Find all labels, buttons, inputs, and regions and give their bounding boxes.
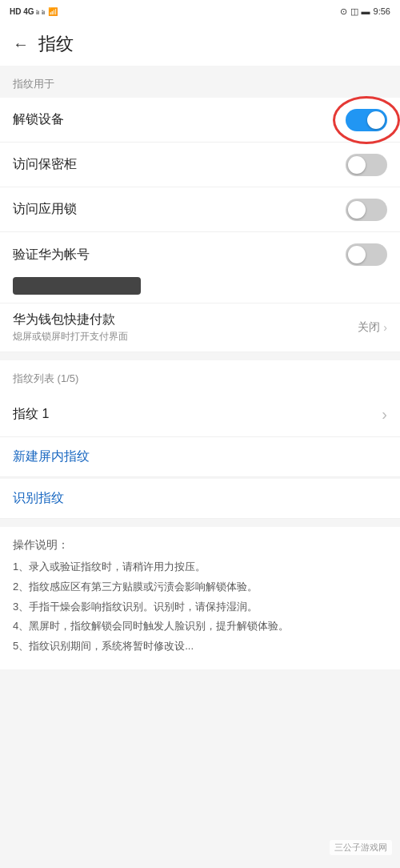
unlock-toggle-wrapper [346, 109, 387, 131]
back-button[interactable]: ← [13, 35, 29, 54]
wallet-title: 华为钱包快捷付款 [13, 311, 128, 328]
status-right: ⊙ ◫ ▬ 9:56 [340, 6, 390, 17]
identify-fingerprint-link[interactable]: 识别指纹 [0, 479, 400, 519]
fingerprint-1-label: 指纹 1 [13, 406, 49, 423]
fingerprint-1-chevron-icon: › [382, 405, 387, 424]
instruction-3: 3、手指干燥会影响指纹识别。识别时，请保持湿润。 [13, 599, 387, 616]
wallet-status: 关闭 › [358, 320, 387, 335]
fingerprint-list-label: 指纹列表 (1/5) [0, 360, 400, 392]
instructions-section: 操作说明： 1、录入或验证指纹时，请稍许用力按压。 2、指纹感应区有第三方贴膜或… [0, 527, 400, 669]
instruction-5: 5、指纹识别期间，系统将暂时修改设... [13, 638, 387, 655]
wifi-icon: 📶 [48, 7, 58, 16]
time: 9:56 [374, 6, 390, 16]
fingerprint-list-section: 指纹列表 (1/5) 指纹 1 › [0, 360, 400, 437]
applock-toggle[interactable] [346, 199, 387, 221]
header: ← 指纹 [0, 22, 400, 66]
page-title: 指纹 [38, 32, 74, 56]
toggle-knob-safe [348, 156, 366, 174]
toggle-knob-applock [348, 201, 366, 219]
huaweiid-row: 验证华为帐号 [0, 232, 400, 277]
network-icons: HD 4G ᵢₗ ᵢₗ [10, 7, 45, 16]
section-gap-2 [0, 519, 400, 527]
applock-label: 访问应用锁 [13, 201, 77, 218]
safe-row: 访问保密柜 [0, 143, 400, 187]
wallet-content: 华为钱包快捷付款 熄屏或锁屏时打开支付界面 [13, 311, 128, 344]
unlock-toggle[interactable] [346, 109, 387, 131]
status-bar: HD 4G ᵢₗ ᵢₗ 📶 ⊙ ◫ ▬ 9:56 [0, 0, 400, 22]
fingerprint-item-1[interactable]: 指纹 1 › [0, 392, 400, 437]
watermark: 三公子游戏网 [330, 840, 392, 855]
wallet-chevron-icon: › [383, 321, 387, 334]
redacted-info [13, 277, 141, 295]
huaweiid-toggle[interactable] [346, 243, 387, 266]
huaweiid-section: 验证华为帐号 [0, 232, 400, 303]
wallet-subtitle: 熄屏或锁屏时打开支付界面 [13, 330, 128, 344]
applock-row: 访问应用锁 [0, 187, 400, 232]
toggle-knob-unlock [367, 111, 385, 129]
instruction-1: 1、录入或验证指纹时，请稍许用力按压。 [13, 559, 387, 576]
wallet-status-text: 关闭 [358, 320, 380, 335]
settings-group: 解锁设备 访问保密柜 访问应用锁 验证华为帐号 [0, 98, 400, 352]
unlock-device-row: 解锁设备 [0, 98, 400, 143]
instructions-title: 操作说明： [13, 538, 387, 553]
instruction-2: 2、指纹感应区有第三方贴膜或污渍会影响解锁体验。 [13, 579, 387, 596]
huaweiid-label: 验证华为帐号 [13, 247, 90, 263]
section-gap-1 [0, 352, 400, 360]
battery-icon: ▬ [362, 6, 370, 16]
unlock-device-label: 解锁设备 [13, 111, 64, 128]
safe-label: 访问保密柜 [13, 156, 77, 173]
safe-toggle[interactable] [346, 154, 387, 176]
fingerprint-usage-label: 指纹用于 [0, 66, 400, 98]
alarm-icon: ⊙ [340, 6, 347, 17]
clock-icon: ◫ [350, 6, 358, 17]
wallet-row[interactable]: 华为钱包快捷付款 熄屏或锁屏时打开支付界面 关闭 › [0, 303, 400, 352]
new-fingerprint-link[interactable]: 新建屏内指纹 [0, 437, 400, 477]
toggle-knob-huaweiid [348, 246, 366, 263]
status-left: HD 4G ᵢₗ ᵢₗ 📶 [10, 7, 58, 16]
instruction-4: 4、黑屏时，指纹解锁会同时触发人脸识别，提升解锁体验。 [13, 618, 387, 635]
